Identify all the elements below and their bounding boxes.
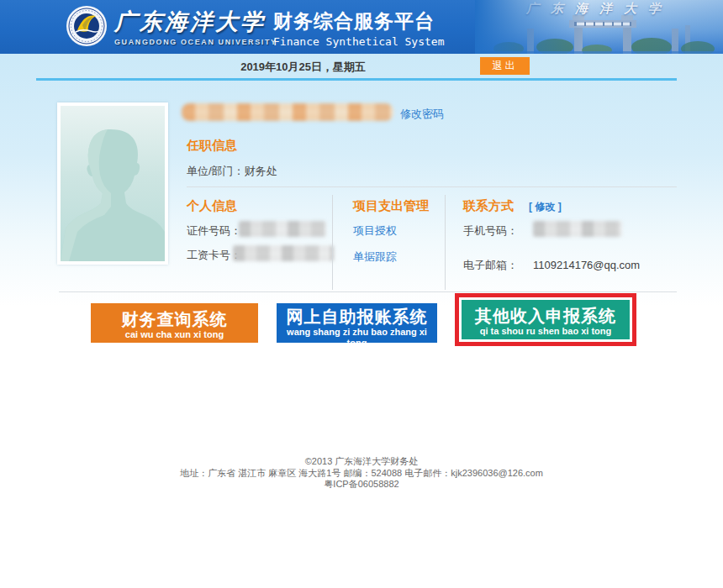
project-authorize-link[interactable]: 项目授权 <box>353 223 397 239</box>
logout-button[interactable]: 退出 <box>480 57 530 75</box>
column-divider <box>332 195 333 290</box>
university-name-cn: 广东海洋大学 <box>114 7 277 37</box>
email-row: 电子邮箱：1109214176@qq.com <box>463 258 640 273</box>
department-value: 财务处 <box>245 165 277 177</box>
contact-edit-link[interactable]: [ 修改 ] <box>529 200 562 214</box>
id-number-label: 证件号码： <box>187 223 241 239</box>
contact-section-title: 联系方式 <box>463 198 514 214</box>
page-footer: ©2013 广东海洋大学财务处 地址：广东省 湛江市 麻章区 海大路1号 邮编：… <box>0 456 723 491</box>
department-label: 单位/部门： <box>187 165 245 177</box>
current-date: 2019年10月25日，星期五 <box>240 60 366 75</box>
footer-icp: 粤ICP备06058882 <box>0 479 723 491</box>
project-section-title: 项目支出管理 <box>353 198 429 214</box>
column-divider <box>445 195 446 290</box>
email-value: 1109214176@qq.com <box>533 259 640 271</box>
university-logo-group: 广东海洋大学 GUANGDONG OCEAN UNIVERSITY <box>66 5 277 47</box>
campus-gate-image: 广东海洋大学 <box>475 0 723 54</box>
id-number-redacted <box>239 221 326 237</box>
phone-label: 手机号码： <box>463 223 518 239</box>
footer-copyright: ©2013 广东海洋大学财务处 <box>0 456 723 468</box>
platform-title-cn: 财务综合服务平台 <box>273 8 445 34</box>
university-name-en: GUANGDONG OCEAN UNIVERSITY <box>114 38 277 46</box>
date-bar: 2019年10月25日，星期五 退出 <box>0 54 723 79</box>
change-password-link[interactable]: 修改密码 <box>400 107 444 122</box>
app-header: 广东海洋大学 GUANGDONG OCEAN UNIVERSITY 财务综合服务… <box>0 0 723 54</box>
highlight-red-border: 其他收入申报系统 qi ta shou ru shen bao xi tong <box>455 293 636 346</box>
phone-number-redacted <box>533 221 622 237</box>
university-emblem-icon <box>66 5 108 47</box>
salary-card-redacted <box>233 245 334 261</box>
department-row: 单位/部门：财务处 <box>187 164 277 179</box>
user-name-redacted <box>182 103 393 121</box>
platform-title-en: Finance Synthetical System <box>273 35 445 48</box>
profile-photo <box>57 102 168 265</box>
document-tracking-link[interactable]: 单据跟踪 <box>353 249 397 265</box>
other-income-declaration-system-button[interactable]: 其他收入申报系统 qi ta shou ru shen bao xi tong <box>462 300 630 339</box>
section-divider <box>59 291 677 292</box>
personal-section-title: 个人信息 <box>187 198 237 214</box>
platform-title-group: 财务综合服务平台 Finance Synthetical System <box>273 8 445 48</box>
employment-section-title: 任职信息 <box>187 138 237 154</box>
footer-address: 地址：广东省 湛江市 麻章区 海大路1号 邮编：524088 电子邮件：kjk2… <box>0 468 723 480</box>
section-divider <box>187 186 677 187</box>
online-reimbursement-system-button[interactable]: 网上自助报账系统 wang shang zi zhu bao zhang xi … <box>277 303 437 343</box>
person-silhouette-icon <box>61 106 165 261</box>
header-divider-rule <box>36 78 677 81</box>
finance-portal-page: 广东海洋大学 GUANGDONG OCEAN UNIVERSITY 财务综合服务… <box>0 0 723 588</box>
email-label: 电子邮箱： <box>463 259 518 271</box>
finance-query-system-button[interactable]: 财务查询系统 cai wu cha xun xi tong <box>91 303 258 343</box>
